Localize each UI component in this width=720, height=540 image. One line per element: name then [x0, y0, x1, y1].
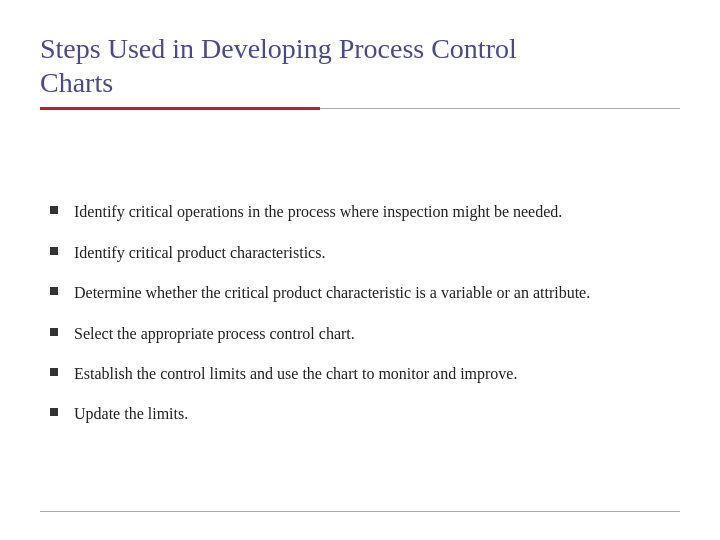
bullet-item-1: Identify critical operations in the proc…: [50, 201, 670, 223]
bottom-line: [40, 511, 680, 512]
bullet-square-4: [50, 328, 58, 336]
title-block: Steps Used in Developing Process Control…: [40, 32, 680, 130]
underline-gray: [320, 108, 680, 109]
bullet-text-4: Select the appropriate process control c…: [74, 323, 670, 345]
bullet-square-6: [50, 408, 58, 416]
bullet-text-6: Update the limits.: [74, 403, 670, 425]
bullet-item-3: Determine whether the critical product c…: [50, 282, 670, 304]
bottom-line-container: [40, 511, 680, 512]
title-line1: Steps Used in Developing Process Control: [40, 33, 517, 64]
bullet-square-2: [50, 247, 58, 255]
bullet-text-3: Determine whether the critical product c…: [74, 282, 670, 304]
slide: Steps Used in Developing Process Control…: [0, 0, 720, 540]
bullet-item-2: Identify critical product characteristic…: [50, 242, 670, 264]
bullet-square-5: [50, 368, 58, 376]
bullet-item-4: Select the appropriate process control c…: [50, 323, 670, 345]
bullet-text-2: Identify critical product characteristic…: [74, 242, 670, 264]
content-area: Identify critical operations in the proc…: [40, 136, 680, 491]
bullet-item-5: Establish the control limits and use the…: [50, 363, 670, 385]
slide-title: Steps Used in Developing Process Control…: [40, 32, 680, 99]
bullet-text-5: Establish the control limits and use the…: [74, 363, 670, 385]
bullet-list: Identify critical operations in the proc…: [50, 201, 670, 425]
bullet-square-3: [50, 287, 58, 295]
underline-red: [40, 107, 320, 110]
bullet-item-6: Update the limits.: [50, 403, 670, 425]
bullet-text-1: Identify critical operations in the proc…: [74, 201, 670, 223]
title-underline: [40, 107, 680, 110]
bullet-square-1: [50, 206, 58, 214]
title-line2: Charts: [40, 67, 113, 98]
